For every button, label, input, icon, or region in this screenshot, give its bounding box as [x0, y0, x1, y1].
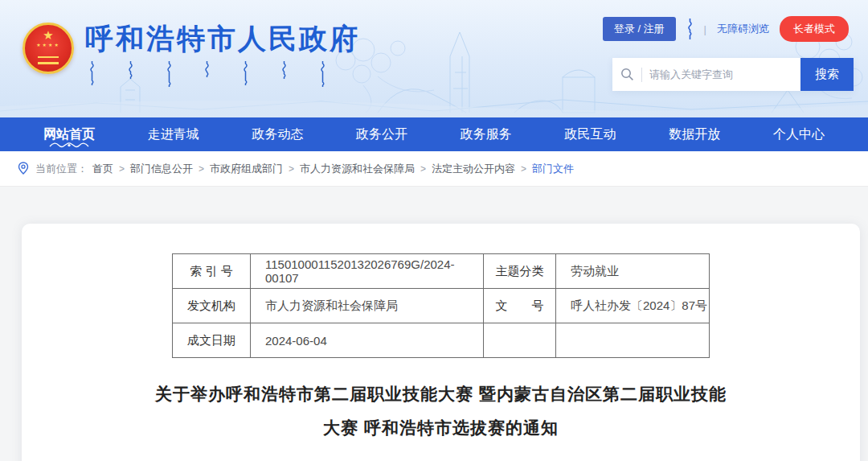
nav-item-政务公开[interactable]: 政务公开 — [354, 123, 409, 146]
nav-item-政务动态[interactable]: 政务动态 — [250, 123, 305, 146]
meta-label-cell: 文 号 — [484, 289, 556, 323]
mongolian-glyph — [242, 61, 249, 87]
nav-item-数据开放[interactable]: 数据开放 — [667, 123, 722, 146]
mongolian-glyph — [203, 61, 211, 87]
nav-item-个人中心[interactable]: 个人中心 — [772, 123, 826, 146]
breadcrumb: 当前位置： 首页>部门信息公开>市政府组成部门>市人力资源和社会保障局>法定主动… — [0, 151, 868, 187]
breadcrumb-separator: > — [289, 163, 294, 175]
breadcrumb-separator: > — [521, 163, 526, 175]
topbar: 登录 / 注册 | 无障碍浏览 长者模式 — [603, 16, 849, 42]
breadcrumb-separator: > — [199, 163, 204, 175]
meta-value-cell — [556, 323, 710, 358]
meta-value-cell: 1150100011520132026769G/2024-00107 — [251, 254, 484, 289]
nav-item-网站首页[interactable]: 网站首页 — [42, 123, 96, 146]
search-box — [612, 58, 800, 91]
site-header: ★ ★★★★ 呼和浩特市人民政府 登录 / 注册 | 无障碍浏览 长者模式 搜索 — [0, 0, 868, 117]
mongolian-version-icon[interactable] — [686, 19, 694, 39]
meta-label-cell: 成文日期 — [173, 323, 251, 358]
nav-item-label: 数据开放 — [669, 127, 720, 141]
nav-item-label: 政务服务 — [461, 127, 512, 141]
breadcrumb-link[interactable]: 市政府组成部门 — [210, 162, 283, 176]
meta-row: 索 引 号1150100011520132026769G/2024-00107主… — [173, 254, 710, 289]
document-card: 索 引 号1150100011520132026769G/2024-00107主… — [22, 224, 860, 461]
meta-row: 发文机构市人力资源和社会保障局文 号呼人社办发〔2024〕87号 — [173, 289, 710, 323]
mongolian-glyph — [319, 61, 326, 87]
meta-row: 成文日期2024-06-04 — [173, 323, 710, 358]
breadcrumb-link[interactable]: 首页 — [92, 162, 113, 176]
nav-item-label: 走进青城 — [148, 127, 199, 141]
meta-value-cell: 劳动就业 — [556, 254, 710, 289]
search-bar: 搜索 — [612, 58, 854, 91]
mongolian-glyph — [88, 61, 96, 87]
doc-meta-table: 索 引 号1150100011520132026769G/2024-00107主… — [172, 253, 710, 358]
location-pin-icon — [18, 162, 29, 175]
breadcrumb-prefix: 当前位置： — [35, 162, 88, 176]
search-separator — [641, 68, 642, 82]
breadcrumb-link[interactable]: 法定主动公开内容 — [432, 162, 515, 176]
meta-label-cell: 发文机构 — [173, 289, 251, 323]
site-title: 呼和浩特市人民政府 — [85, 23, 360, 55]
meta-label-cell: 索 引 号 — [173, 254, 251, 289]
meta-label-cell: 主题分类 — [484, 254, 556, 289]
nav-item-label: 个人中心 — [773, 127, 825, 141]
breadcrumb-link[interactable]: 部门信息公开 — [130, 162, 193, 176]
meta-label-cell — [484, 323, 556, 358]
breadcrumb-link[interactable]: 市人力资源和社会保障局 — [300, 162, 415, 176]
document-title-line: 大赛 呼和浩特市选拔赛的通知 — [152, 411, 731, 445]
document-title-line: 关于举办呼和浩特市第二届职业技能大赛 暨内蒙古自治区第二届职业技能 — [152, 377, 731, 411]
mongolian-script — [85, 61, 326, 87]
national-emblem-icon: ★ ★★★★ — [23, 23, 74, 74]
nav-item-走进青城[interactable]: 走进青城 — [146, 123, 201, 146]
topbar-divider: | — [704, 23, 706, 35]
meta-value-cell: 市人力资源和社会保障局 — [251, 289, 484, 323]
page-content: 索 引 号1150100011520132026769G/2024-00107主… — [0, 187, 868, 461]
breadcrumb-separator: > — [420, 163, 426, 175]
site-logo-link[interactable]: ★ ★★★★ 呼和浩特市人民政府 — [23, 23, 360, 87]
mongolian-glyph — [127, 61, 134, 87]
login-register-button[interactable]: 登录 / 注册 — [603, 17, 676, 41]
nav-item-label: 政务公开 — [356, 127, 407, 141]
meta-value-cell: 2024-06-04 — [251, 323, 484, 358]
nav-item-label: 政民互动 — [565, 127, 616, 141]
nav-item-政民互动[interactable]: 政民互动 — [563, 123, 618, 146]
search-icon — [620, 68, 634, 81]
main-nav: 网站首页走进青城政务动态政务公开政务服务政民互动数据开放个人中心 — [0, 117, 868, 151]
search-input[interactable] — [649, 68, 792, 80]
mongolian-glyph — [166, 61, 173, 87]
accessibility-link[interactable]: 无障碍浏览 — [717, 22, 769, 36]
elder-mode-button[interactable]: 长者模式 — [780, 16, 849, 42]
nav-item-政务服务[interactable]: 政务服务 — [459, 123, 514, 146]
document-title: 关于举办呼和浩特市第二届职业技能大赛 暨内蒙古自治区第二届职业技能大赛 呼和浩特… — [152, 377, 731, 445]
mongolian-glyph — [280, 61, 288, 87]
breadcrumb-separator: > — [119, 163, 125, 175]
nav-item-label: 政务动态 — [252, 127, 303, 141]
search-button[interactable]: 搜索 — [800, 58, 854, 91]
active-nav-ornament-icon — [48, 138, 90, 153]
breadcrumb-current: 部门文件 — [532, 162, 574, 176]
meta-value-cell: 呼人社办发〔2024〕87号 — [556, 289, 710, 323]
